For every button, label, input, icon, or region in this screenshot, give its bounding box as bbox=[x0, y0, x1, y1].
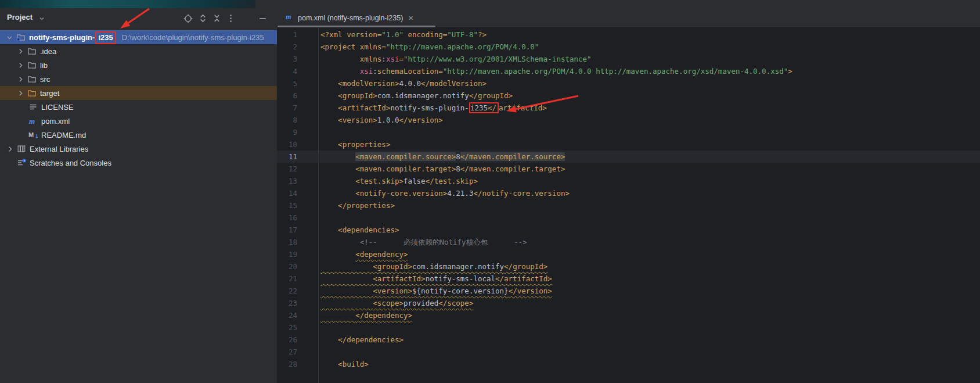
code-token: notify-sms-plugin- bbox=[390, 103, 469, 112]
libraries-icon bbox=[17, 144, 28, 153]
code-line-13[interactable]: 13 <test.skip>false</test.skip> bbox=[277, 175, 980, 187]
code-token: <scope> bbox=[373, 299, 403, 307]
code-line-19[interactable]: 19 <dependency> bbox=[277, 248, 980, 260]
code-line-16[interactable]: 16 bbox=[277, 212, 980, 224]
code-token: <dependency> bbox=[355, 250, 408, 259]
code-line-5[interactable]: 5 <modelVersion>4.0.0</modelVersion> bbox=[277, 77, 980, 90]
code-line-24[interactable]: 24 </dependency> bbox=[277, 309, 980, 321]
code-line-18[interactable]: 18 <!-- 必须依赖的Notify核心包 --> bbox=[277, 236, 980, 248]
tree-row-target[interactable]: target bbox=[0, 86, 277, 100]
maven-icon: m bbox=[285, 12, 294, 23]
code-token: <project xmlns= bbox=[320, 42, 386, 51]
code-area: 1<?xml version="1.0" encoding="UTF-8"?>2… bbox=[277, 27, 980, 383]
folder-excluded-icon bbox=[27, 88, 39, 98]
chevron-right-icon[interactable] bbox=[17, 62, 27, 69]
code-token: </groupId> bbox=[469, 91, 513, 100]
code-token: = bbox=[399, 55, 403, 63]
code-token: <test.skip> bbox=[320, 177, 403, 185]
code-token: encoding= bbox=[403, 30, 447, 39]
project-folder-icon bbox=[16, 33, 28, 42]
close-icon[interactable]: × bbox=[408, 13, 413, 22]
line-number: 14 bbox=[277, 187, 297, 199]
folder-icon bbox=[27, 74, 39, 84]
code-token: 1.0.0 bbox=[377, 116, 399, 124]
line-number: 3 bbox=[277, 53, 297, 65]
tree-item-label: .idea bbox=[40, 47, 56, 56]
code-line-28[interactable]: 28 <build> bbox=[277, 358, 980, 370]
code-token: <notify-core.version> bbox=[320, 189, 447, 198]
code-token: </scope> bbox=[438, 299, 473, 307]
tree-item-label: target bbox=[40, 89, 59, 98]
code-line-25[interactable]: 25 bbox=[277, 321, 980, 334]
project-tree: notify-sms-plugin-i235D:\work\code\plugi… bbox=[0, 8, 277, 383]
code-token: </dependency> bbox=[355, 311, 412, 320]
line-number: 4 bbox=[277, 65, 297, 77]
tree-row-src[interactable]: src bbox=[0, 72, 277, 86]
folder-icon bbox=[27, 60, 39, 70]
tree-item-label: lib bbox=[40, 61, 48, 70]
tree-row-pom.xml[interactable]: mpom.xml bbox=[0, 114, 277, 128]
tree-row-.idea[interactable]: .idea bbox=[0, 44, 277, 58]
code-line-17[interactable]: 17 <dependencies> bbox=[277, 224, 980, 236]
tab-label: pom.xml (notify-sms-plugin-i235) bbox=[298, 14, 403, 22]
code-line-14[interactable]: 14 <notify-core.version>4.21.3</notify-c… bbox=[277, 187, 980, 199]
code-token: xmlns bbox=[320, 55, 381, 63]
code-line-1[interactable]: 1<?xml version="1.0" encoding="UTF-8"?> bbox=[277, 28, 980, 41]
top-window-strip bbox=[0, 0, 980, 9]
code-token: com.idsmanager.notify bbox=[412, 262, 504, 271]
tree-item-label: README.md bbox=[41, 131, 86, 139]
code-token bbox=[320, 262, 373, 271]
code-editor[interactable]: 1<?xml version="1.0" encoding="UTF-8"?>2… bbox=[277, 27, 980, 383]
code-token: <maven.compiler.source> bbox=[355, 152, 456, 161]
chevron-down-icon[interactable] bbox=[6, 34, 16, 41]
code-line-6[interactable]: 6 <groupId>com.idsmanager.notify</groupI… bbox=[277, 90, 980, 102]
code-token: </test.skip> bbox=[426, 177, 478, 185]
code-token: xsi bbox=[386, 55, 399, 63]
line-number: 10 bbox=[277, 138, 297, 151]
line-number: 27 bbox=[277, 346, 297, 358]
code-line-9[interactable]: 9 bbox=[277, 126, 980, 138]
tree-row-lib[interactable]: lib bbox=[0, 58, 277, 72]
code-token bbox=[320, 274, 373, 283]
tree-item-label: pom.xml bbox=[41, 117, 70, 126]
code-token: ?> bbox=[478, 30, 487, 39]
gutter-separator bbox=[318, 27, 319, 383]
code-line-12[interactable]: 12 <maven.compiler.target>8</maven.compi… bbox=[277, 163, 980, 175]
tree-row-scratches-and-consoles[interactable]: Scratches and Consoles bbox=[0, 156, 277, 170]
code-line-27[interactable]: 27 bbox=[277, 346, 980, 358]
line-number: 22 bbox=[277, 285, 297, 297]
tree-row-license[interactable]: LICENSE bbox=[0, 100, 277, 114]
code-line-3[interactable]: 3 xmlns:xsi="http://www.w3.org/2001/XMLS… bbox=[277, 53, 980, 65]
line-number: 28 bbox=[277, 358, 297, 370]
code-line-4[interactable]: 4 xsi:schemaLocation="http://maven.apach… bbox=[277, 65, 980, 77]
chevron-right-icon[interactable] bbox=[6, 145, 17, 153]
chevron-right-icon[interactable] bbox=[17, 90, 27, 97]
tab-pom-xml[interactable]: m pom.xml (notify-sms-plugin-i235) × bbox=[278, 8, 435, 27]
code-token: </version> bbox=[399, 116, 442, 124]
tree-row-readme.md[interactable]: M↓README.md bbox=[0, 128, 277, 142]
code-line-2[interactable]: 2<project xmlns="http://maven.apache.org… bbox=[277, 41, 980, 53]
code-line-15[interactable]: 15 </properties> bbox=[277, 199, 980, 212]
line-number: 15 bbox=[277, 199, 297, 212]
chevron-right-icon[interactable] bbox=[17, 48, 27, 55]
code-line-11[interactable]: 11 <maven.compiler.source>8</maven.compi… bbox=[277, 151, 980, 163]
tree-row-external-libraries[interactable]: External Libraries bbox=[0, 142, 277, 156]
code-line-10[interactable]: 10 <properties> bbox=[277, 138, 980, 151]
code-line-21[interactable]: 21 <artifactId>notify-sms-local</artifac… bbox=[277, 273, 980, 285]
code-token: "1.0" bbox=[381, 30, 403, 39]
code-line-8[interactable]: 8 <version>1.0.0</version> bbox=[277, 114, 980, 126]
code-line-26[interactable]: 26 </dependencies> bbox=[277, 334, 980, 346]
tree-row-notify-sms-plugin-[interactable]: notify-sms-plugin-i235D:\work\code\plugi… bbox=[0, 30, 277, 44]
code-line-23[interactable]: 23 <scope>provided</scope> bbox=[277, 297, 980, 309]
code-token: <groupId> bbox=[373, 262, 412, 271]
code-token: notify-sms-local bbox=[426, 274, 495, 283]
code-line-20[interactable]: 20 <groupId>com.idsmanager.notify</group… bbox=[277, 260, 980, 273]
code-token: </maven.compiler.target> bbox=[460, 164, 565, 173]
code-line-7[interactable]: 7 <artifactId>notify-sms-plugin-i235</ar… bbox=[277, 102, 980, 114]
line-number: 23 bbox=[277, 297, 297, 309]
chevron-right-icon[interactable] bbox=[17, 76, 27, 83]
code-token: false bbox=[403, 177, 426, 185]
code-line-22[interactable]: 22 <version>${notify-core.version}</vers… bbox=[277, 285, 980, 297]
svg-text:M: M bbox=[28, 131, 34, 138]
line-number: 7 bbox=[277, 102, 297, 114]
